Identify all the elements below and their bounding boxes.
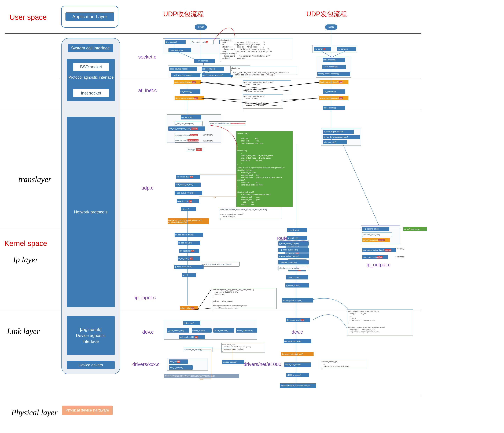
sock-queue-rcv: sock_queue_rcv_skb() [175, 183, 201, 187]
copy-from-user: copy_from_user()to/from [362, 255, 388, 259]
ipprot-handler: ipprot = rcu_dereference(inet_protos[has… [168, 218, 209, 224]
device-agnostic-l1: [æɡ'nɒstɪk] [80, 327, 101, 332]
translayer-label: translayer [18, 175, 51, 184]
device-agnostic-l3: interface [82, 339, 99, 344]
sock-sendmsg2: __sock_sendmsg() [322, 65, 346, 69]
kernel-addr-note2: 内核空间地址 [395, 256, 404, 258]
sk-buff-sendmsg: sk_buff_sendmsg()msg_iov [362, 238, 390, 242]
svg-line-5 [281, 98, 319, 100]
diagram-canvas: User space translayer Kernel space Ip la… [0, 0, 504, 433]
netdev-ops-codebox: struct net_device_ops { ... .ndo_start_x… [321, 360, 366, 369]
security-socket-recvmsg: security_socket_recvmsg() [202, 73, 233, 77]
svg-line-0 [203, 82, 242, 86]
copy-to-user: copy_to_user()iov_base, from [175, 138, 199, 143]
sk-prot-recvmsg: sk->sk_prot->recvmsg()msg [175, 96, 204, 100]
enqueue-note: 入队 [213, 197, 216, 199]
device-agnostic-l2: Device agnostic [76, 332, 105, 339]
dev-c-2: dev.c [292, 329, 303, 335]
inet-sendmsg: inet_sendmsg() [323, 89, 345, 94]
recv-start-arrow [201, 30, 201, 40]
netif-rx-dev: __netif_receive_skb() [167, 328, 189, 332]
ip-rcv-finish2: ip_rcv() [182, 273, 196, 277]
ip-finish-output: ip_finish_output() [286, 275, 308, 279]
sk-rttable: sk->sk_dst_check(struct rtable) [323, 135, 360, 139]
deliver-skb: deliver_skb()skb [180, 306, 198, 310]
dev-c-1: dev.c [142, 329, 154, 335]
ip-input-c-label: ip_input.c [135, 295, 156, 300]
ip-send-skb: ip_send_skb() [287, 228, 307, 232]
send-spine [296, 232, 296, 384]
bsd-socket-block: BSD socket [73, 63, 109, 71]
sys-recvmsg: Sys_recvmsg() [165, 40, 186, 44]
kernel-addr-note: 内核空间地址 [203, 140, 213, 142]
physical-hw-block: Physical device hardware [62, 405, 113, 415]
handle-openswitch: handle_openswitch() [236, 328, 257, 332]
skb-append-frags: skb_append_datato_frags()msg_iov [362, 248, 396, 252]
socket-c-label: socket.c [138, 54, 156, 60]
dev-hard-start-xmit: dev_hard_start_xmit() [284, 339, 311, 343]
network-protocols-block: Network protocols [67, 117, 115, 307]
deliver-skb2: deliver_skb() [183, 321, 200, 325]
ip-rcv-finish: ip_rcv_finish()skb [178, 256, 200, 261]
sys-send: sys_send()... [314, 47, 331, 51]
handle-bridge: handle_bridge() [192, 328, 212, 332]
sock-recvmsg-nosec: sock_recvmsg_nosec() [169, 67, 197, 71]
rth-ds-output: rth->ds.output = ip_output; [278, 266, 309, 270]
sk-prot-sendmsg: sk->sk_prot->sendmsg()msg [319, 96, 349, 100]
udp-send-title: UDP发包流程 [306, 9, 347, 18]
dev-queue-xmit: dev_queue_xmit()skb [286, 318, 310, 322]
link-layer-label: Link layer [7, 327, 40, 336]
ip-route-output-flow: ip_route_output_flow(net) [323, 129, 354, 134]
ip-layer-label: Ip layer [13, 255, 38, 264]
e1000-tx-queue: e1000_tx_queue() [286, 373, 309, 377]
socket-struct-codebox: struct socket { struct file *file; struc… [236, 131, 293, 207]
sys-recvmmsg: __sys_recvmmsg() [169, 48, 191, 52]
sys-socket-call: Sys_socket_call()... [191, 40, 214, 44]
system-call-block: System call interface [68, 44, 113, 52]
sys-sendto: sys_sendto() [337, 47, 356, 51]
dequeue-to-backlog: dequeue_to_backlog() [184, 347, 212, 352]
skb-queue-tail: skb_queue_tail()skb [176, 175, 200, 179]
ip-route-output-slow: ip_route_output_slow(net) [278, 254, 309, 258]
inet-recvmsg: inet_recvmsg() [180, 89, 200, 94]
drivers-xxx-label: drivers/xxx.c [132, 361, 160, 367]
ip-local-deliver-finish: ip_local_deliver_finish() [175, 233, 203, 237]
application-layer-block: Application Layer [65, 12, 114, 21]
udp4-lib-rcv: udp4_lib_rcv()skb [177, 199, 199, 203]
ip-output-finish2: ip_output_finish2() [285, 283, 309, 287]
sock-recvmsg: sock_recvmsg() [202, 67, 224, 71]
memcpy: memcpy()to, from [187, 147, 204, 152]
mkroute-output: __mkroute_output(net) [278, 260, 309, 264]
ip-route-input-noref: ip_route_input_noref() [174, 265, 204, 269]
application-layer-pill: Application Layer [61, 6, 118, 28]
device-agnostic-block: [æɡ'nɒstɪk] Device agnostic interface [67, 316, 115, 355]
ip-route-output-flow2: ip_route_output_flow(net) [278, 241, 309, 246]
svg-line-1 [290, 82, 319, 86]
e1000-xmit-frame: e1000_xmit_frame() [284, 362, 311, 367]
protocol-agnostic-label: Protocol agnostic interface [68, 75, 114, 80]
ip-local-out: ip_local_out() [287, 236, 307, 240]
ndo-start-xmit: dev->ops->ndo_start_xmit() [281, 352, 314, 356]
softnet-codebox: struct softnet_data { struct sk_buff_hea… [221, 343, 265, 352]
send-final: 直接挂到网卡后边,由网卡嵌件自己发送 [280, 383, 316, 388]
driver-func-desc: driver/xxx.c 每个驱动都有hardirq_rxi(注册的处理到达的中… [164, 374, 239, 378]
udp-sendmsg: udp_sendmsg() [323, 106, 345, 110]
proto-ops-codebox: const struct proto_ops inet_dgram_ops = … [243, 80, 291, 94]
packet-type-codebox: static struct packet_type ip_packet_type… [212, 288, 277, 309]
udp-recv-title: UDP收包流程 [163, 9, 204, 18]
process-backlog: process_backlog() [222, 360, 244, 364]
sock-recvmsg-nosecu: __sock_recvmsg_nosec() [171, 73, 200, 77]
svg-line-4 [203, 98, 242, 100]
netif-rx: netif_rx()skb [169, 359, 188, 364]
iovec-codebox: struct iovec { void __user * iov_base; /… [230, 66, 297, 75]
skb-recv-datagram: __skb_recv_datagram() [175, 121, 203, 126]
udp-send-skb: udp_send_skb() [323, 140, 347, 144]
sock-ops-sendmsg: Sock->ops->sendmsg()msg [319, 80, 349, 84]
ip-route-output-key: __ip_route_output_key() [278, 248, 309, 252]
user-addr-note: 用户空间地址 [203, 134, 213, 136]
msghdr-codebox: struct msghdr { void * msg_name; /* Sock… [220, 38, 293, 59]
send-start: 发功能 [325, 24, 337, 30]
sock-ops-recvmsg: sock->ops->recvmsg()msg [174, 80, 201, 84]
user-space-label: User space [9, 13, 47, 21]
inet-socket-block: Inet socket [73, 89, 109, 97]
